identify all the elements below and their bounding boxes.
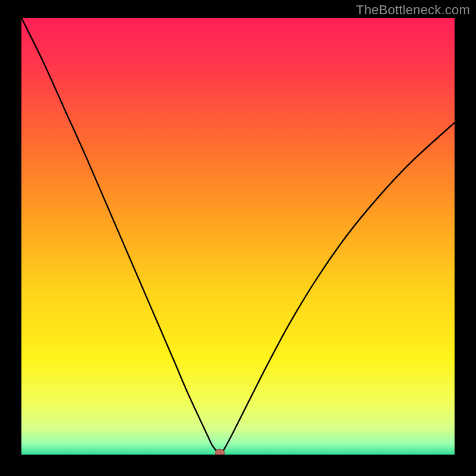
plot-area: [21, 18, 455, 455]
watermark-text: TheBottleneck.com: [356, 2, 470, 18]
gradient-background: [21, 18, 455, 455]
chart-frame: TheBottleneck.com: [0, 0, 476, 476]
optimal-point-marker: [215, 449, 224, 455]
bottleneck-chart: [21, 18, 455, 455]
